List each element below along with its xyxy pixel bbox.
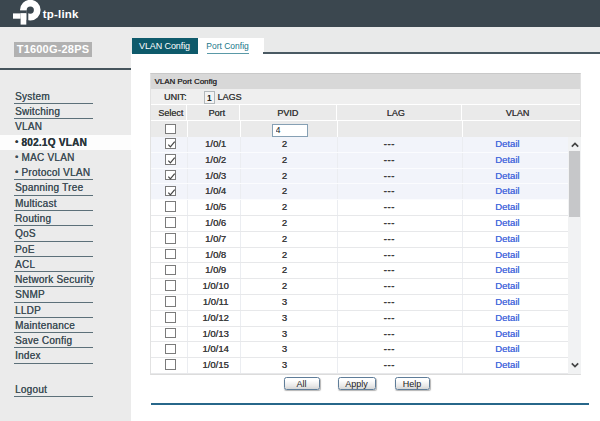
svg-text:tp-link: tp-link [43, 8, 79, 20]
